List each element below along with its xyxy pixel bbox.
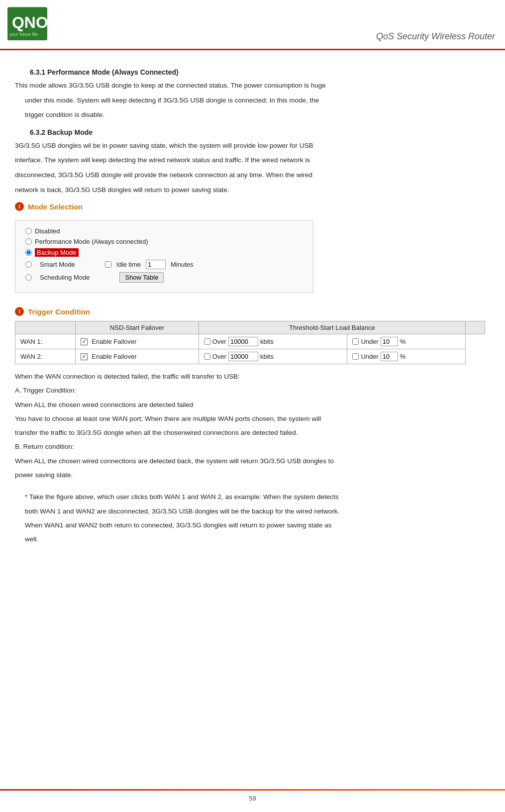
page-header: QNO your future life QoS Security Wirele… (0, 0, 505, 50)
nsd-checkbox-0[interactable] (81, 338, 88, 345)
body-t4: You have to choose at least one WAN port… (15, 413, 485, 424)
under-cell-1[interactable]: Under % (347, 349, 466, 364)
trigger-condition-table: NSD-Start Failover Threshold-Start Load … (15, 321, 485, 364)
main-content: 6.3.1 Performance Mode (Always Connected… (0, 50, 505, 558)
perf-text3: trigger condition is disable. (25, 109, 485, 120)
over-checkbox-0[interactable] (204, 338, 210, 345)
trigger-condition-icon: i (15, 307, 24, 316)
col-nsd: NSD-Start Failover (76, 321, 199, 334)
body-t2: A. Trigger Condition: (15, 385, 485, 396)
under-value-0[interactable] (381, 337, 398, 346)
company-logo: QNO your future life (5, 5, 50, 45)
over-unit-0: kbits (260, 338, 274, 345)
over-label-0: Over (212, 338, 226, 345)
mode-scheduling-row[interactable]: Scheduling Mode Show Table (25, 272, 303, 283)
mode-scheduling-label: Scheduling Mode (40, 274, 90, 281)
logo-area: QNO your future life (5, 5, 50, 45)
trigger-condition-label: Trigger Condition (28, 307, 90, 316)
mode-backup-row[interactable]: Backup Mode (25, 248, 303, 257)
col-threshold: Threshold-Start Load Balance (199, 321, 465, 334)
mode-scheduling-radio[interactable] (25, 274, 32, 281)
under-value-1[interactable] (381, 352, 398, 361)
perf-text1: This mode allows 3G/3.5G USB dongle to k… (15, 80, 485, 91)
under-unit-0: % (400, 338, 406, 345)
body-t7: When ALL the chosen wired connections ar… (15, 456, 485, 467)
mode-smart-radio[interactable] (25, 261, 32, 268)
under-cell-0[interactable]: Under % (347, 334, 466, 349)
page-number: 59 (249, 795, 256, 802)
mode-disabled-radio[interactable] (25, 228, 32, 234)
mode-selection-label: Mode Selection (28, 203, 83, 211)
body-t10: both WAN 1 and WAN2 are disconnected, 3G… (25, 506, 485, 517)
table-row: WAN 1: Enable Failover Over kbits Un (15, 334, 485, 349)
over-cell-0[interactable]: Over kbits (199, 334, 347, 349)
under-label-1: Under (361, 353, 378, 360)
mode-selection-box: Disabled Performance Mode (Always connec… (15, 220, 313, 293)
body-t6: B. Return condition: (15, 441, 485, 452)
mode-selection-section: i Mode Selection (15, 202, 485, 211)
idle-time-checkbox[interactable] (105, 261, 111, 268)
mode-backup-radio[interactable] (25, 249, 32, 256)
mode-performance-label: Performance Mode (Always connected) (35, 238, 148, 245)
col-extra (466, 321, 485, 334)
mode-smart-label: Smart Mode (40, 261, 75, 268)
wan-label-0: WAN 1: (15, 334, 76, 349)
backup-text4: network is back, 3G/3.5G USB dongles wil… (15, 185, 485, 196)
over-cell-1[interactable]: Over kbits (199, 349, 347, 364)
body-t9: * Take the figure above, which user clic… (25, 492, 485, 503)
nsd-cell-1[interactable]: Enable Failover (76, 349, 199, 364)
mode-selection-icon: i (15, 202, 24, 211)
body-t3: When ALL the chosen wired connections ar… (15, 400, 485, 410)
svg-text:QNO: QNO (12, 13, 48, 31)
nsd-label-1: Enable Failover (92, 353, 136, 360)
nsd-cell-0[interactable]: Enable Failover (76, 334, 199, 349)
nsd-label-0: Enable Failover (92, 338, 136, 345)
mode-disabled-row[interactable]: Disabled (25, 227, 303, 235)
mode-performance-row[interactable]: Performance Mode (Always connected) (25, 238, 303, 245)
perf-text2: under this mode. System will keep detect… (25, 95, 485, 106)
over-unit-1: kbits (260, 353, 274, 360)
mode-performance-radio[interactable] (25, 238, 32, 245)
backup-text1: 3G/3.5G USB dongles wil be in power savi… (15, 140, 485, 151)
idle-time-label: Idle time (116, 261, 141, 268)
mode-smart-row[interactable]: Smart Mode Idle time Minutes (25, 260, 303, 269)
header-title: QoS Security Wireless Router (376, 31, 495, 45)
idle-time-input[interactable] (146, 260, 166, 269)
body-t5: transfer the traffic to 3G/3.5G dongle w… (15, 427, 485, 438)
trigger-condition-section: i Trigger Condition (15, 307, 485, 316)
table-row: WAN 2: Enable Failover Over kbits Un (15, 349, 485, 364)
over-value-1[interactable] (228, 352, 258, 361)
under-checkbox-1[interactable] (352, 353, 359, 360)
svg-text:your future life: your future life (9, 32, 37, 37)
body-t8: power saving state. (15, 470, 485, 481)
footer-line (0, 789, 505, 791)
body-t11: When WAN1 and WAN2 both return to connec… (25, 520, 485, 531)
backup-mode-heading: 6.3.2 Backup Mode (30, 128, 485, 136)
over-value-0[interactable] (228, 337, 258, 346)
page-footer: 59 (0, 789, 505, 802)
col-wan (15, 321, 76, 334)
backup-text3: disconnected, 3G/3.5G USB dongle will pr… (15, 170, 485, 181)
body-t1: When the WAN connection is detected fail… (15, 371, 485, 382)
perf-mode-heading: 6.3.1 Performance Mode (Always Connected… (30, 68, 485, 76)
show-table-button[interactable]: Show Table (119, 272, 164, 283)
mode-disabled-label: Disabled (35, 227, 60, 235)
nsd-checkbox-1[interactable] (81, 353, 88, 360)
mode-backup-label: Backup Mode (35, 248, 79, 257)
backup-text2: interface. The system will keep detectin… (15, 155, 485, 166)
under-label-0: Under (361, 338, 378, 345)
body-t12: well. (25, 534, 485, 545)
wan-label-1: WAN 2: (15, 349, 76, 364)
over-checkbox-1[interactable] (204, 353, 210, 360)
under-unit-1: % (400, 353, 406, 360)
minutes-label: Minutes (171, 261, 194, 268)
under-checkbox-0[interactable] (352, 338, 359, 345)
over-label-1: Over (212, 353, 226, 360)
